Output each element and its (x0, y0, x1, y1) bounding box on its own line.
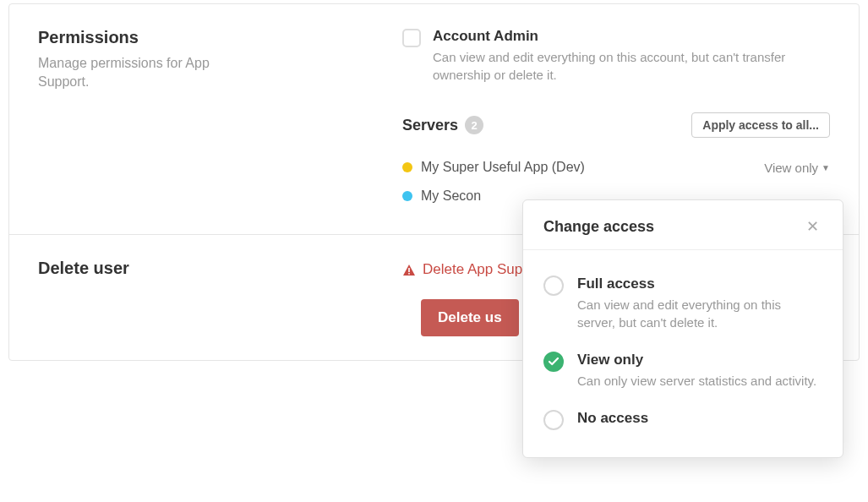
radio-icon (543, 276, 564, 296)
access-option-title: No access (577, 410, 648, 427)
server-name: My Super Useful App (Dev) (421, 160, 764, 175)
svg-rect-1 (408, 273, 410, 275)
account-admin-desc: Can view and edit everything on this acc… (433, 48, 830, 84)
access-option-full[interactable]: Full access Can view and edit everything… (543, 265, 822, 341)
delete-user-button[interactable]: Delete us (421, 299, 519, 336)
servers-heading: Servers (402, 117, 458, 134)
radio-selected-icon (543, 352, 564, 372)
access-option-desc: Can only view server statistics and acti… (577, 372, 816, 390)
delete-user-title: Delete user (38, 259, 402, 278)
access-option-no-access[interactable]: No access (543, 400, 822, 440)
account-admin-checkbox[interactable] (402, 29, 421, 47)
access-option-view-only[interactable]: View only Can only view server statistic… (543, 341, 822, 400)
server-access-dropdown[interactable]: View only ▼ (764, 161, 830, 175)
radio-icon (543, 410, 564, 430)
change-access-popover: Change access ✕ Full access Can view and… (522, 199, 843, 458)
svg-rect-0 (408, 268, 410, 272)
servers-count-badge: 2 (465, 116, 483, 134)
chevron-down-icon: ▼ (822, 163, 830, 172)
popover-title: Change access (543, 218, 803, 236)
access-option-title: View only (577, 352, 816, 368)
status-dot-icon (402, 162, 412, 172)
server-access-label: View only (764, 161, 818, 175)
warning-triangle-icon (402, 262, 416, 284)
permissions-title: Permissions (38, 28, 402, 47)
access-option-desc: Can view and edit everything on this ser… (577, 296, 822, 331)
account-admin-title: Account Admin (433, 28, 830, 45)
close-icon[interactable]: ✕ (803, 217, 822, 236)
access-option-title: Full access (577, 276, 822, 292)
server-row: My Super Useful App (Dev) View only ▼ (402, 153, 830, 182)
permissions-desc: Manage permissions for App Support. (38, 54, 224, 92)
status-dot-icon (402, 191, 412, 201)
apply-access-to-all-button[interactable]: Apply access to all... (691, 112, 830, 138)
